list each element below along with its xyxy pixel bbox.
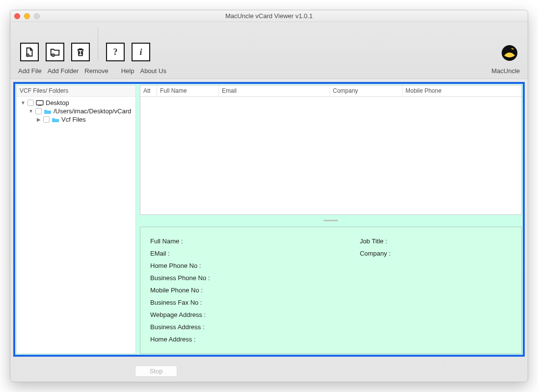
col-company[interactable]: Company bbox=[330, 85, 403, 96]
detail-company: Company : bbox=[360, 247, 511, 260]
brand-logo bbox=[501, 45, 518, 61]
menubar: Add File Add Folder Remove Help About Us… bbox=[10, 66, 528, 79]
svg-rect-4 bbox=[38, 105, 41, 106]
disclosure-right-icon[interactable]: ▶ bbox=[36, 117, 41, 122]
sidebar-header: VCF Files/ Folders bbox=[17, 85, 135, 97]
detail-business-phone: Business Phone No : bbox=[150, 272, 360, 284]
file-add-icon bbox=[24, 47, 35, 57]
table-header: Att Full Name Email Company Mobile Phone bbox=[140, 85, 521, 97]
detail-home-phone: Home Phone No : bbox=[150, 260, 360, 272]
macuncle-logo-icon bbox=[501, 45, 518, 61]
tree-label: /Users/imac/Desktop/vCard bbox=[54, 107, 131, 115]
content-area: VCF Files/ Folders ▼ Desktop ▼ bbox=[10, 79, 528, 362]
pane-splitter[interactable] bbox=[140, 219, 522, 223]
detail-email: EMail : bbox=[150, 247, 360, 260]
col-mobile-phone[interactable]: Mobile Phone bbox=[403, 85, 521, 96]
table-body bbox=[140, 97, 521, 214]
right-pane: Att Full Name Email Company Mobile Phone… bbox=[140, 85, 522, 354]
folder-add-icon bbox=[50, 47, 60, 57]
main-frame: VCF Files/ Folders ▼ Desktop ▼ bbox=[13, 82, 525, 357]
help-button[interactable]: ? bbox=[106, 43, 125, 61]
tree-item-desktop[interactable]: ▼ Desktop bbox=[18, 99, 134, 107]
menu-help[interactable]: Help bbox=[118, 66, 137, 76]
window-title: MacUncle vCard Viewer v1.0.1 bbox=[10, 12, 528, 20]
detail-full-name: Full Name : bbox=[150, 235, 360, 247]
disclosure-down-icon[interactable]: ▼ bbox=[21, 100, 26, 105]
detail-mobile-phone: Mobile Phone No : bbox=[150, 284, 360, 296]
toolbar: ? i bbox=[10, 22, 528, 66]
close-icon[interactable] bbox=[14, 13, 20, 19]
detail-webpage: Webpage Address : bbox=[150, 309, 360, 321]
disclosure-down-icon[interactable]: ▼ bbox=[28, 108, 33, 114]
contacts-table: Att Full Name Email Company Mobile Phone bbox=[140, 85, 522, 215]
zoom-icon[interactable] bbox=[34, 13, 40, 19]
add-folder-button[interactable] bbox=[46, 43, 64, 61]
info-icon: i bbox=[139, 47, 142, 57]
checkbox[interactable] bbox=[35, 108, 42, 114]
col-full-name[interactable]: Full Name bbox=[157, 85, 219, 96]
folder-icon bbox=[52, 117, 59, 123]
menu-add-file[interactable]: Add File bbox=[15, 66, 45, 76]
menu-about[interactable]: About Us bbox=[137, 66, 169, 76]
col-att[interactable]: Att bbox=[140, 85, 157, 96]
trash-icon bbox=[75, 47, 86, 57]
titlebar: MacUncle vCard Viewer v1.0.1 bbox=[10, 10, 528, 22]
contact-details: Full Name : EMail : Home Phone No : Busi… bbox=[140, 227, 522, 354]
detail-business-address: Business Address : bbox=[150, 321, 360, 333]
tree-item-vcf[interactable]: ▶ Vcf Files bbox=[18, 115, 134, 124]
tree-item-path[interactable]: ▼ /Users/imac/Desktop/vCard bbox=[18, 107, 134, 115]
tree-label: Desktop bbox=[46, 99, 69, 106]
footer: Stop bbox=[10, 362, 528, 382]
file-tree: ▼ Desktop ▼ /Users/imac/Desktop/v bbox=[17, 97, 135, 126]
folder-icon bbox=[44, 108, 52, 114]
brand-label: MacUncle bbox=[488, 66, 523, 76]
app-window: MacUncle vCard Viewer v1.0.1 ? i bbox=[10, 10, 528, 382]
window-controls bbox=[14, 13, 40, 19]
desktop-icon bbox=[36, 100, 44, 106]
svg-rect-3 bbox=[36, 101, 43, 105]
add-file-button[interactable] bbox=[20, 43, 39, 61]
toolbar-separator bbox=[98, 27, 98, 61]
tree-label: Vcf Files bbox=[61, 116, 86, 123]
sidebar: VCF Files/ Folders ▼ Desktop ▼ bbox=[16, 85, 136, 354]
detail-home-address: Home Address : bbox=[150, 333, 360, 345]
detail-business-fax: Business Fax No : bbox=[150, 296, 360, 309]
remove-button[interactable] bbox=[71, 43, 90, 61]
col-email[interactable]: Email bbox=[219, 85, 330, 96]
detail-job-title: Job Title : bbox=[360, 235, 511, 247]
menu-add-folder[interactable]: Add Folder bbox=[45, 66, 82, 76]
help-icon: ? bbox=[113, 47, 118, 57]
menu-remove[interactable]: Remove bbox=[81, 66, 111, 76]
stop-button[interactable]: Stop bbox=[135, 366, 177, 377]
checkbox[interactable] bbox=[43, 116, 50, 123]
minimize-icon[interactable] bbox=[24, 13, 30, 19]
checkbox[interactable] bbox=[27, 100, 34, 106]
about-button[interactable]: i bbox=[132, 43, 150, 61]
